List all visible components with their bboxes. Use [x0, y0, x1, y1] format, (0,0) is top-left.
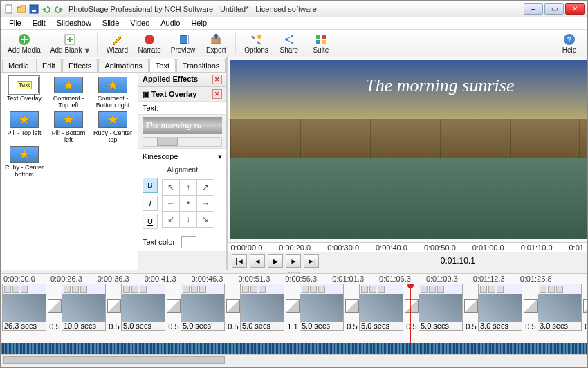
redo-icon[interactable] [53, 3, 64, 15]
skip-end-button[interactable]: ►| [304, 254, 319, 268]
clip[interactable]: 5.0 secs [121, 284, 165, 331]
narrate-button[interactable]: Narrate [134, 31, 165, 55]
menu-file[interactable]: File [3, 17, 27, 29]
tab-edit[interactable]: Edit [36, 59, 62, 72]
transition[interactable]: 0.5 [48, 284, 62, 331]
effect-header[interactable]: ▣ Text Overlay ✕ [138, 87, 226, 102]
options-button[interactable]: Options [240, 31, 272, 55]
preset-item[interactable]: ★Comment - Top left [48, 77, 89, 109]
align-br[interactable]: ↘ [197, 212, 214, 227]
preset-item[interactable]: ★Comment - Bottom right [92, 77, 134, 109]
timeline-ruler[interactable]: 0:00:00.00:00:26.30:00:36.30:00:41.30:00… [1, 274, 587, 284]
transition-icon [286, 299, 300, 313]
remove-effect-icon[interactable]: ✕ [212, 89, 222, 99]
text-color-label: Text color: [143, 238, 177, 246]
tab-media[interactable]: Media [2, 59, 35, 72]
share-label: Share [279, 46, 298, 54]
clip-icon [72, 286, 79, 293]
menu-video[interactable]: Video [125, 17, 155, 29]
timeline-scrollbar[interactable] [1, 354, 587, 365]
bold-button[interactable]: B [143, 178, 158, 193]
clip[interactable]: 10.0 secs [62, 284, 106, 331]
close-button[interactable]: ✕ [565, 3, 585, 15]
transition[interactable]: 1.1 [286, 284, 300, 331]
clip-duration: 5.0 secs [300, 322, 343, 330]
close-icon[interactable]: ✕ [212, 75, 222, 84]
playhead[interactable] [410, 284, 411, 343]
align-tl[interactable]: ↖ [163, 180, 179, 195]
transition[interactable]: 0.5 [524, 284, 538, 331]
preview-ruler[interactable]: 0:00:00.00:00:20.00:00:30.00:00:40.00:00… [228, 242, 588, 252]
add-media-button[interactable]: Add Media [3, 31, 45, 55]
open-icon[interactable] [16, 3, 27, 15]
transition[interactable]: 0.5 [107, 284, 121, 331]
audio-waveform[interactable] [1, 343, 587, 354]
alignment-grid[interactable]: ↖↑↗ ←•→ ↙↓↘ [162, 179, 214, 228]
timeline-track[interactable]: 26.3 secs0.510.0 secs0.55.0 secs0.55.0 s… [1, 284, 587, 343]
text-scrollbar[interactable] [143, 137, 222, 147]
clip[interactable]: 5.0 secs [419, 284, 463, 331]
save-icon[interactable] [28, 3, 39, 15]
text-color-swatch[interactable] [181, 236, 196, 248]
align-tc[interactable]: ↑ [180, 180, 196, 195]
transition[interactable]: 0.5 [226, 284, 240, 331]
clip[interactable]: 5.0 secs [240, 284, 284, 331]
preset-item[interactable]: ★Ruby - Center bottom [3, 146, 45, 178]
align-ml[interactable]: ← [163, 196, 179, 211]
undo-icon[interactable] [41, 3, 52, 15]
clip[interactable]: 3.0 secs [478, 284, 522, 331]
align-tr[interactable]: ↗ [197, 180, 214, 195]
menu-slideshow[interactable]: Slideshow [51, 17, 97, 29]
tab-animations[interactable]: Animations [98, 59, 148, 72]
tab-transitions[interactable]: Transitions [176, 59, 226, 72]
menu-audio[interactable]: Audio [155, 17, 185, 29]
transition[interactable]: 0.5 [167, 284, 181, 331]
preset-item[interactable]: ★Pill - Bottom left [48, 111, 89, 143]
transition[interactable]: 0.5 [345, 284, 359, 331]
preview-button[interactable]: Preview [167, 31, 200, 55]
underline-button[interactable]: U [143, 214, 158, 229]
align-bl[interactable]: ↙ [163, 212, 179, 227]
chevron-down-icon[interactable]: ▼ [83, 46, 89, 55]
menu-slide[interactable]: Slide [97, 17, 125, 29]
skip-start-button[interactable]: |◄ [232, 254, 247, 268]
share-icon [282, 33, 296, 46]
clip[interactable]: 5.0 secs [359, 284, 403, 331]
align-bc[interactable]: ↓ [180, 212, 196, 227]
tab-text[interactable]: Text [149, 59, 176, 72]
tab-effects[interactable]: Effects [62, 59, 98, 72]
clip[interactable]: 3.0 secs [538, 284, 582, 331]
play-button[interactable]: ▶ [268, 254, 283, 268]
preset-item[interactable]: ★Pill - Top left [3, 111, 45, 143]
minimize-button[interactable]: – [524, 3, 543, 15]
text-input[interactable]: The morning su [143, 117, 222, 134]
menu-help[interactable]: Help [185, 17, 212, 29]
align-mr[interactable]: → [197, 196, 214, 211]
suite-button[interactable]: Suite [306, 31, 336, 55]
svg-rect-8 [178, 35, 180, 44]
menu-edit[interactable]: Edit [27, 17, 51, 29]
transition-icon [226, 299, 240, 313]
transition[interactable]: 0.5 [583, 284, 587, 331]
add-blank-button[interactable]: Add Blank▼ [46, 31, 93, 56]
step-fwd-button[interactable]: ► [286, 254, 301, 268]
maximize-button[interactable]: ▭ [544, 3, 564, 15]
alignment-label: Alignment [138, 166, 226, 175]
clip[interactable]: 5.0 secs [300, 284, 344, 331]
align-mc[interactable]: • [180, 196, 196, 211]
transition[interactable]: 0.5 [405, 284, 419, 331]
wizard-button[interactable]: Wizard [102, 31, 132, 55]
help-icon: ? [562, 33, 576, 46]
clip[interactable]: 5.0 secs [181, 284, 225, 331]
help-button[interactable]: ?Help [554, 31, 585, 55]
transition[interactable]: 0.5 [464, 284, 478, 331]
clip[interactable]: 26.3 secs [2, 284, 46, 331]
preset-item[interactable]: ★Ruby - Center top [92, 111, 134, 143]
step-back-button[interactable]: ◄ [250, 254, 265, 268]
share-button[interactable]: Share [274, 31, 304, 55]
export-button[interactable]: Export [201, 31, 231, 55]
italic-button[interactable]: I [143, 196, 158, 211]
new-icon[interactable] [3, 3, 15, 15]
chevron-down-icon[interactable]: ▾ [218, 152, 222, 161]
preset-item[interactable]: TextText Overlay [3, 77, 45, 109]
